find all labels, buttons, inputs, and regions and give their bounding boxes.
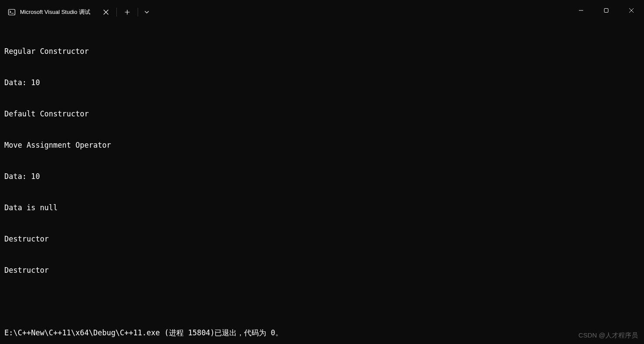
- output-line: Destructor: [4, 234, 640, 244]
- terminal-icon: [8, 8, 16, 16]
- output-line: [4, 296, 640, 307]
- tab-close-button[interactable]: [102, 8, 110, 17]
- maximize-icon: [604, 8, 609, 13]
- tab-title: Microsoft Visual Studio 调试: [20, 8, 97, 16]
- terminal-tab[interactable]: Microsoft Visual Studio 调试: [3, 3, 116, 21]
- terminal-output[interactable]: Regular Constructor Data: 10 Default Con…: [0, 21, 644, 344]
- window-close-button[interactable]: [619, 0, 644, 21]
- close-icon: [103, 10, 109, 15]
- chevron-down-icon: [144, 10, 149, 15]
- svg-rect-0: [9, 10, 15, 15]
- minimize-button[interactable]: [568, 0, 594, 21]
- svg-rect-3: [604, 9, 608, 13]
- tab-dropdown-button[interactable]: [139, 4, 155, 20]
- title-bar: Microsoft Visual Studio 调试: [0, 0, 644, 21]
- output-line: Default Constructor: [4, 109, 640, 119]
- watermark: CSDN @人才程序员: [578, 331, 638, 340]
- output-line: Move Assignment Operator: [4, 140, 640, 150]
- maximize-button[interactable]: [594, 0, 619, 21]
- tab-separator: [116, 8, 117, 17]
- plus-icon: [125, 10, 130, 15]
- output-line: Data: 10: [4, 171, 640, 182]
- tab-separator-2: [138, 8, 138, 17]
- output-line: Data is null: [4, 202, 640, 213]
- output-line: Regular Constructor: [4, 46, 640, 56]
- minimize-icon: [578, 8, 584, 13]
- tabs-section: Microsoft Visual Studio 调试: [0, 0, 155, 21]
- output-line: E:\C++New\C++11\x64\Debug\C++11.exe (进程 …: [4, 327, 640, 338]
- new-tab-button[interactable]: [119, 4, 135, 20]
- close-icon: [629, 8, 634, 13]
- output-line: Data: 10: [4, 77, 640, 88]
- output-line: Destructor: [4, 265, 640, 275]
- window-controls: [568, 0, 644, 21]
